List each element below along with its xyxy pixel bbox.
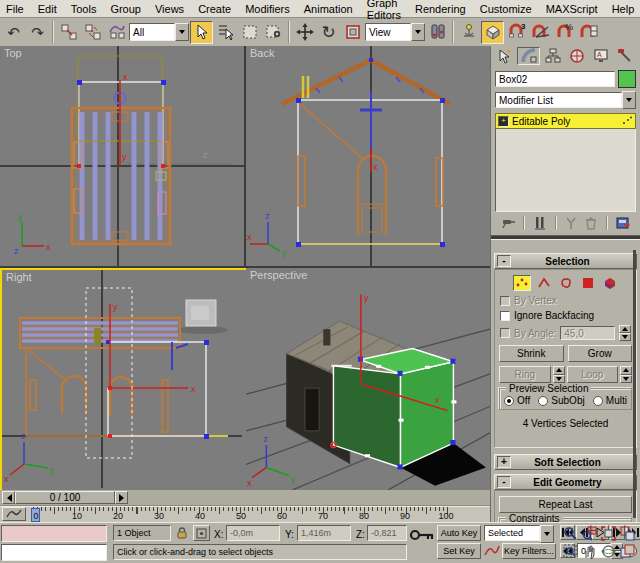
pan-icon[interactable] [582,544,597,559]
select-by-name-icon[interactable] [214,21,237,44]
preview-subobj-radio[interactable] [538,396,548,406]
minmax-viewport-toggle-icon[interactable] [620,544,635,559]
auto-key-button[interactable]: Auto Key [437,525,481,541]
open-mini-curve-editor-icon[interactable] [2,507,26,521]
menu-tools[interactable]: Tools [71,3,97,15]
zoom-all-icon[interactable] [582,526,597,541]
subobject-edge-icon[interactable] [535,275,553,291]
show-end-result-icon[interactable] [533,215,547,231]
configure-modifier-sets-icon[interactable] [615,215,631,231]
snaps-toggle-icon[interactable] [481,21,504,44]
menu-modifiers[interactable]: Modifiers [245,3,290,15]
menu-rendering[interactable]: Rendering [415,3,466,15]
preview-off-radio[interactable] [504,396,514,406]
prev-frame-arrow-icon[interactable] [2,491,15,504]
loop-spinner[interactable] [620,366,632,383]
time-slider[interactable]: 0 / 100 [2,491,128,504]
viewport-right-active[interactable]: Right [0,268,248,494]
dropdown-arrow-icon[interactable] [622,91,636,109]
modifier-stack-list[interactable] [495,129,636,212]
dropdown-arrow-icon[interactable] [540,525,554,543]
menu-views[interactable]: Views [155,3,184,15]
redo-icon[interactable]: ↷ [26,21,49,44]
next-frame-arrow-icon[interactable] [115,491,128,504]
use-pivot-point-center-icon[interactable] [426,21,449,44]
viewport-back[interactable]: Back [246,46,490,266]
percent-snap-toggle-icon[interactable]: % [553,21,576,44]
shrink-button[interactable]: Shrink [499,345,564,362]
select-and-scale-icon[interactable] [341,21,364,44]
preview-multi-radio[interactable] [593,396,603,406]
x-coord-field[interactable]: -0,0m [226,525,280,541]
default-tangent-icon[interactable] [484,544,500,558]
menu-maxscript[interactable]: MAXScript [546,3,598,15]
dropdown-arrow-icon[interactable] [411,23,425,41]
subobject-vertex-icon[interactable] [513,275,531,291]
ring-spinner[interactable] [553,366,565,383]
command-panel-scrollbar[interactable] [633,250,636,518]
zoom-extents-icon[interactable] [601,526,616,541]
absolute-mode-toggle-icon[interactable] [193,525,210,541]
grow-button[interactable]: Grow [568,345,633,362]
modifier-stack-item-editable-poly[interactable]: + Editable Poly [495,113,636,129]
menu-create[interactable]: Create [198,3,231,15]
viewport-perspective-label[interactable]: Perspective [250,269,307,281]
dropdown-arrow-icon[interactable] [175,23,189,41]
tab-display-icon[interactable]: A [589,47,612,65]
key-filters-button[interactable]: Key Filters... [502,543,556,559]
rollout-soft-selection-header[interactable]: + Soft Selection [494,454,637,470]
tab-hierarchy-icon[interactable] [541,47,564,65]
rollout-edit-geometry-header[interactable]: - Edit Geometry [494,474,637,490]
pin-stack-icon[interactable] [500,215,516,231]
rectangular-selection-region-icon[interactable] [238,21,261,44]
by-angle-checkbox[interactable] [500,328,510,338]
menu-edit[interactable]: Edit [38,3,57,15]
select-object-icon[interactable] [190,21,213,44]
select-and-link-icon[interactable] [57,21,80,44]
by-angle-field[interactable]: 45,0 [560,326,615,340]
collapse-icon[interactable]: - [497,255,511,267]
viewport-top-label[interactable]: Top [4,47,22,59]
undo-icon[interactable]: ↶ [2,21,25,44]
viewport-back-label[interactable]: Back [250,47,274,59]
menu-group[interactable]: Group [110,3,141,15]
unlink-selection-icon[interactable] [81,21,104,44]
zoom-icon[interactable] [563,526,578,541]
maxscript-mini-listener[interactable] [1,544,107,561]
ring-button[interactable]: Ring [499,366,551,383]
expand-icon[interactable]: + [498,116,509,127]
zoom-region-icon[interactable] [563,544,578,559]
select-and-manipulate-icon[interactable] [457,21,480,44]
menu-help[interactable]: Help [612,3,635,15]
maxscript-macro-recorder[interactable] [1,525,107,542]
menu-animation[interactable]: Animation [304,3,353,15]
tab-modify-icon[interactable] [517,47,540,65]
track-bar[interactable]: 0 10 20 30 40 50 60 70 80 90 100 [0,506,490,523]
by-angle-spinner[interactable] [619,325,631,341]
selection-filter-dropdown[interactable]: All [129,23,189,41]
y-coord-field[interactable]: 1,416m [297,525,351,541]
time-slider-track[interactable]: 0 / 100 [0,490,490,506]
time-slider-handle[interactable]: 0 / 100 [15,491,115,504]
menu-graph-editors[interactable]: Graph Editors [367,0,401,21]
set-keys-key-icon[interactable] [409,527,435,545]
repeat-last-button[interactable]: Repeat Last [499,496,632,513]
window-crossing-icon[interactable] [262,21,285,44]
subobject-polygon-icon[interactable] [579,275,597,291]
menu-customize[interactable]: Customize [480,3,532,15]
subobject-element-icon[interactable] [601,275,619,291]
remove-modifier-icon[interactable] [584,215,598,231]
collapse-icon[interactable]: - [497,476,511,488]
reference-coordsys-dropdown[interactable]: View [365,23,425,41]
select-and-move-icon[interactable] [293,21,316,44]
modifier-list-dropdown[interactable]: Modifier List [495,92,622,108]
tab-utilities-icon[interactable] [613,47,636,65]
tab-motion-icon[interactable] [565,47,588,65]
bind-to-space-warp-icon[interactable] [105,21,128,44]
select-and-rotate-icon[interactable]: ↻ [317,21,340,44]
arc-rotate-icon[interactable] [601,544,616,559]
by-vertex-checkbox[interactable] [500,296,510,306]
spinner-snap-toggle-icon[interactable] [577,21,600,44]
rollout-selection-header[interactable]: - Selection [494,253,637,269]
set-key-button[interactable]: Set Key [437,543,481,559]
